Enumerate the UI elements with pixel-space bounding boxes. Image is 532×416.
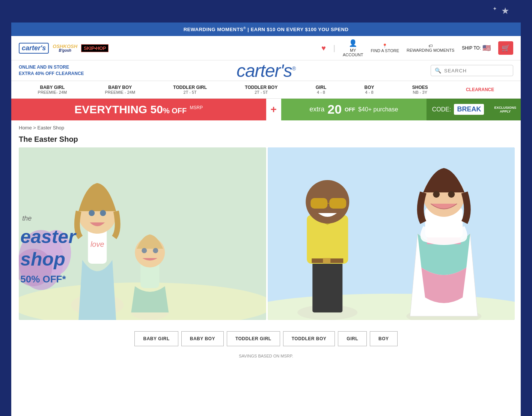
svg-point-35 bbox=[433, 191, 440, 198]
svg-rect-27 bbox=[329, 198, 346, 209]
footer-note: SAVINGS BASED ON MSRP. bbox=[11, 354, 521, 364]
svg-point-9 bbox=[89, 210, 95, 216]
promo-code-section: CODE: BREAK bbox=[427, 99, 490, 120]
rewarding-moments-link[interactable]: 🏷 REWARDING MOMENTS bbox=[407, 44, 454, 53]
hero-container: love bbox=[19, 147, 513, 320]
banner-right: extra 20 OFF $40+ purchase bbox=[281, 99, 427, 120]
nav-bar: BABY GIRL PREEMIE- 24M BABY BOY PREEMIE … bbox=[11, 81, 521, 99]
search-icon: 🔍 bbox=[435, 68, 441, 74]
svg-point-15 bbox=[153, 248, 158, 253]
search-input[interactable] bbox=[444, 68, 509, 74]
banner-plus-sign: + bbox=[266, 99, 281, 120]
star-decoration: ✦ ★ bbox=[493, 6, 509, 16]
account-icon: 👤 bbox=[349, 39, 357, 47]
location-icon: 📍 bbox=[382, 44, 387, 48]
svg-text:the: the bbox=[22, 215, 32, 222]
page-title: The Easter Shop bbox=[11, 135, 521, 147]
svg-text:love: love bbox=[90, 240, 104, 248]
search-box: 🔍 bbox=[431, 65, 513, 76]
nav-clearance[interactable]: CLEARANCE bbox=[466, 87, 494, 92]
nav-baby-girl[interactable]: BABY GIRL PREEMIE- 24M bbox=[38, 85, 67, 95]
hero-right bbox=[268, 147, 515, 320]
svg-text:easter: easter bbox=[20, 226, 77, 247]
ship-to-selector[interactable]: SHIP TO: 🇺🇸 bbox=[462, 44, 491, 52]
exclusions-note: EXCLUSIONS APPLY bbox=[490, 99, 521, 120]
svg-point-36 bbox=[448, 191, 455, 198]
clearance-promo: ONLINE AND IN STORE EXTRA 40% OFF CLEARA… bbox=[19, 64, 94, 77]
my-account-link[interactable]: 👤 MY ACCOUNT bbox=[343, 39, 363, 57]
nav-toddler-girl[interactable]: TODDLER GIRL 2T - 5T bbox=[173, 85, 207, 95]
oshkosh-logo[interactable]: OSHKOSH B'gosh bbox=[53, 44, 77, 53]
hero-left: love bbox=[19, 147, 266, 320]
svg-point-10 bbox=[100, 210, 106, 216]
nav-boy[interactable]: BOY 4 - 8 bbox=[365, 85, 374, 95]
svg-point-14 bbox=[142, 248, 147, 253]
promo-bar: REWARDING MOMENTS® | EARN $10 ON EVERY $… bbox=[11, 23, 521, 36]
wishlist-icon[interactable]: ♥ bbox=[321, 44, 326, 53]
hero-right-svg bbox=[268, 147, 515, 320]
hero-left-scene: love bbox=[19, 147, 266, 320]
nav-baby-boy[interactable]: BABY BOY PREEMIE - 24M bbox=[105, 85, 135, 95]
nav-girl[interactable]: GIRL 4 - 8 bbox=[316, 85, 327, 95]
tag-icon: 🏷 bbox=[428, 44, 433, 48]
nav-shoes[interactable]: SHOES NB - 3Y bbox=[412, 85, 428, 95]
cart-button[interactable]: 🛒 bbox=[498, 41, 513, 55]
logo-area: ONLINE AND IN STORE EXTRA 40% OFF CLEARA… bbox=[11, 60, 521, 81]
carters-small-logo[interactable]: carter's bbox=[19, 43, 49, 54]
large-star-icon: ★ bbox=[501, 6, 509, 16]
svg-text:shop: shop bbox=[20, 249, 65, 270]
search-area: 🔍 bbox=[431, 65, 513, 76]
carters-main-logo[interactable]: carter's® bbox=[237, 60, 295, 81]
svg-rect-30 bbox=[323, 258, 330, 263]
cat-btn-toddler-boy[interactable]: TODDLER BOY bbox=[283, 331, 335, 346]
svg-rect-26 bbox=[310, 198, 327, 209]
flag-icon: 🇺🇸 bbox=[482, 44, 491, 52]
nav-toddler-boy[interactable]: TODDLER BOY 2T - 5T bbox=[245, 85, 277, 95]
cat-btn-toddler-girl[interactable]: TODDLER GIRL bbox=[227, 331, 280, 346]
header: carter's OSHKOSH B'gosh SKIP•HOP ♥ | 👤 M… bbox=[11, 36, 521, 60]
cat-btn-baby-boy[interactable]: BABY BOY bbox=[181, 331, 224, 346]
cat-btn-baby-girl[interactable]: BABY GIRL bbox=[134, 331, 178, 346]
small-star-icon: ✦ bbox=[493, 6, 497, 12]
breadcrumb: Home > Easter Shop bbox=[11, 120, 521, 135]
find-store-link[interactable]: 📍 FIND A STORE bbox=[371, 44, 399, 53]
header-right: ♥ | 👤 MY ACCOUNT 📍 FIND A STORE 🏷 REWARD… bbox=[321, 39, 513, 57]
skiphop-logo[interactable]: SKIP•HOP bbox=[81, 44, 109, 52]
main-container: REWARDING MOMENTS® | EARN $10 ON EVERY $… bbox=[11, 23, 521, 416]
breadcrumb-home[interactable]: Home bbox=[19, 125, 32, 131]
promo-banner: EVERYTHING 50% off MSRP + extra 20 OFF $… bbox=[11, 99, 521, 120]
hero-right-scene bbox=[268, 147, 515, 320]
svg-text:50% OFF*: 50% OFF* bbox=[20, 273, 66, 285]
brand-logos: carter's OSHKOSH B'gosh SKIP•HOP bbox=[19, 43, 109, 54]
hero-left-svg: love bbox=[19, 147, 266, 320]
cat-btn-girl[interactable]: GIRL bbox=[338, 331, 367, 346]
banner-left: EVERYTHING 50% off MSRP bbox=[11, 99, 266, 120]
category-buttons: BABY GIRL BABY BOY TODDLER GIRL TODDLER … bbox=[11, 324, 521, 354]
promo-bar-text: REWARDING MOMENTS® | EARN $10 ON EVERY $… bbox=[184, 27, 349, 32]
svg-rect-23 bbox=[312, 260, 342, 312]
cat-btn-boy[interactable]: BOY bbox=[370, 331, 398, 346]
